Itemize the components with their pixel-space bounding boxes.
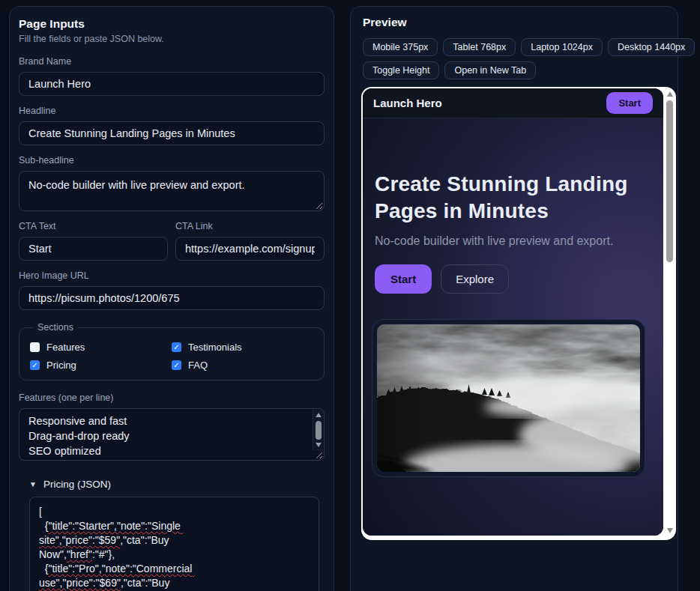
preview-subheadline: No-code builder with live preview and ex… [375, 234, 651, 248]
pricing-json-textarea[interactable]: [ {"title":"Starter","note":"Single site… [29, 497, 319, 591]
brand-name-field-group: Brand Name [19, 56, 325, 96]
device-button[interactable]: Mobile 375px [363, 38, 438, 56]
features-textarea[interactable]: Responsive and fastDrag-and-drop readySE… [19, 408, 325, 461]
cta-text-label: CTA Text [19, 221, 168, 231]
sections-checkbox-grid: FeaturesTestimonialsPricingFAQ [30, 342, 313, 371]
preview-panel: Preview Mobile 375pxTablet 768pxLaptop 1… [350, 6, 678, 591]
action-buttons-row: Toggle HeightOpen in New Tab [363, 61, 666, 79]
preview-iframe[interactable]: Launch Hero Start Create Stunning Landin… [361, 87, 676, 540]
brand-name-label: Brand Name [19, 56, 325, 67]
preview-hero-image-card [372, 319, 645, 477]
feature-line: Drag-and-drop ready [28, 428, 304, 443]
preview-primary-cta-button[interactable]: Start [375, 264, 432, 294]
page-inputs-title: Page Inputs [19, 17, 325, 31]
scroll-down-icon[interactable] [316, 443, 322, 447]
preview-headline: Create Stunning Landing Pages in Minutes [375, 171, 651, 225]
cta-text-input[interactable] [19, 237, 168, 261]
headline-input[interactable] [19, 121, 325, 145]
checkbox-label: Testimonials [188, 342, 242, 353]
preview-scrollbar[interactable] [664, 88, 675, 536]
cta-row: CTA Text CTA Link [19, 221, 325, 261]
checkbox-box[interactable] [30, 342, 40, 352]
feature-line: SEO optimized [28, 443, 304, 458]
checkbox-label: Features [46, 342, 85, 353]
resize-handle-icon[interactable] [314, 201, 322, 209]
features-text: Responsive and fastDrag-and-drop readySE… [28, 413, 304, 461]
pricing-json-line: [ [39, 505, 310, 519]
subheadline-field-group: Sub-headline No-code builder with live p… [19, 155, 325, 211]
preview-title: Preview [363, 16, 666, 29]
preview-scrollbar-thumb[interactable] [666, 100, 673, 262]
action-button[interactable]: Open in New Tab [444, 61, 536, 79]
sections-legend: Sections [33, 322, 78, 333]
hero-image-url-label: Hero Image URL [19, 270, 325, 281]
device-button[interactable]: Desktop 1440px [608, 38, 695, 56]
cta-link-label: CTA Link [175, 221, 325, 231]
resize-handle-icon[interactable] [314, 450, 322, 458]
features-label: Features (one per line) [19, 393, 325, 403]
pricing-summary-label: Pricing (JSON) [43, 479, 111, 490]
checkbox-label: FAQ [188, 360, 208, 371]
preview-cta-row: Start Explore [375, 264, 651, 294]
pricing-json-line: Now","href":"#"}, [39, 548, 310, 562]
device-button[interactable]: Laptop 1024px [521, 38, 603, 56]
brand-name-input[interactable] [19, 72, 325, 96]
page-inputs-panel: Page Inputs Fill the fields or paste JSO… [9, 6, 334, 591]
page-inputs-subtitle: Fill the fields or paste JSON below. [19, 34, 325, 44]
scroll-up-icon[interactable] [667, 91, 673, 97]
feature-line: Built-in analytics [28, 458, 304, 461]
pricing-summary[interactable]: ▼ Pricing (JSON) [29, 479, 325, 490]
subheadline-text: No-code builder with live preview and ex… [28, 178, 315, 193]
scroll-down-icon[interactable] [667, 528, 673, 533]
checkbox-box[interactable] [172, 342, 181, 352]
sections-fieldset: Sections FeaturesTestimonialsPricingFAQ [19, 322, 325, 381]
hero-image-url-input[interactable] [19, 286, 325, 310]
headline-label: Headline [19, 106, 325, 116]
disclosure-triangle-icon: ▼ [29, 480, 37, 488]
checkbox-testimonials[interactable]: Testimonials [172, 342, 313, 353]
scroll-up-icon[interactable] [316, 413, 322, 417]
pricing-details: ▼ Pricing (JSON) [ {"title":"Starter","n… [19, 479, 325, 591]
checkbox-features[interactable]: Features [30, 342, 172, 353]
preview-secondary-cta-button[interactable]: Explore [441, 264, 509, 294]
features-scrollbar-thumb[interactable] [316, 421, 322, 440]
preview-brand: Launch Hero [373, 97, 442, 109]
pricing-json-line: {"title":"Starter","note":"Single site",… [39, 519, 310, 548]
headline-field-group: Headline [19, 106, 325, 145]
hero-image-url-field-group: Hero Image URL [19, 270, 325, 310]
preview-page: Launch Hero Start Create Stunning Landin… [363, 88, 663, 536]
checkbox-pricing[interactable]: Pricing [30, 360, 172, 371]
hero-photo [377, 324, 640, 472]
cta-link-input[interactable] [175, 237, 325, 261]
pricing-json-line: {"title":"Pro","note":"Commercial use","… [39, 562, 310, 590]
feature-line: Responsive and fast [28, 413, 304, 428]
features-scrollbar[interactable] [313, 410, 323, 450]
subheadline-label: Sub-headline [19, 155, 325, 166]
preview-hero-section: Create Stunning Landing Pages in Minutes… [363, 118, 663, 536]
checkbox-box[interactable] [172, 360, 181, 370]
cta-link-field-group: CTA Link [175, 221, 325, 261]
device-button[interactable]: Tablet 768px [443, 38, 516, 56]
checkbox-faq[interactable]: FAQ [172, 360, 313, 371]
device-buttons-row: Mobile 375pxTablet 768pxLaptop 1024pxDes… [363, 38, 666, 56]
subheadline-textarea[interactable]: No-code builder with live preview and ex… [19, 171, 325, 211]
preview-nav-cta-button[interactable]: Start [606, 92, 653, 114]
foggy-hills-photo [377, 324, 640, 472]
cta-text-field-group: CTA Text [19, 221, 168, 261]
preview-site-header: Launch Hero Start [363, 88, 663, 118]
checkbox-label: Pricing [46, 360, 76, 371]
action-button[interactable]: Toggle Height [363, 61, 439, 79]
checkbox-box[interactable] [30, 360, 40, 370]
